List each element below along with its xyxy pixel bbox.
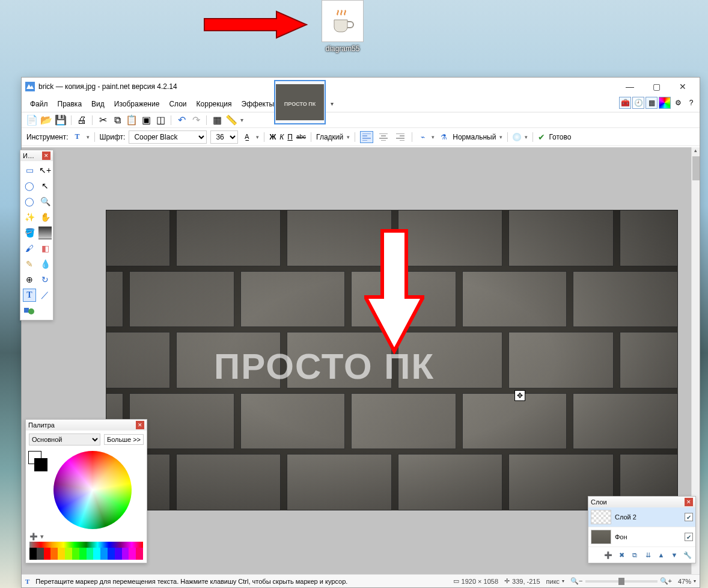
maximize-button[interactable]: ▢ [643, 78, 670, 95]
metrics-chevron-icon[interactable]: ▾ [256, 134, 259, 140]
tools-panel[interactable]: И…✕ ▭ ↖+ ◯ ↖ ◯ 🔍 ✨ ✋ 🪣 🖌 ◧ ✎ 💧 ⊕ ↻ T ／ [20, 150, 53, 320]
deselect-icon[interactable]: ◫ [155, 115, 166, 126]
gradient-tool[interactable] [38, 226, 52, 239]
aa-chevron-icon[interactable]: ▾ [347, 134, 350, 140]
text-tool-icon[interactable]: T [72, 132, 83, 142]
antialias-label[interactable]: Гладкий [316, 133, 343, 141]
layer-props-icon[interactable]: 🔧 [682, 550, 693, 560]
duplicate-layer-icon[interactable]: ⧉ [629, 550, 640, 560]
zoom-out-icon[interactable]: 🔍− [570, 577, 582, 585]
layer-visible-checkbox[interactable]: ✔ [685, 533, 693, 541]
background-color[interactable] [34, 458, 47, 471]
pencil-tool[interactable]: ✎ [23, 257, 36, 271]
unit-chevron-icon[interactable]: ▾ [562, 578, 564, 584]
move-down-icon[interactable]: ▼ [669, 550, 680, 560]
settings-icon[interactable]: ⚙ [672, 97, 684, 109]
clone-tool[interactable]: ⊕ [23, 273, 36, 286]
text-move-handle[interactable]: ✥ [514, 390, 525, 401]
colors-panel[interactable]: Палитра✕ Основной Больше >> ➕ ▾ [25, 419, 147, 563]
zoom-tool[interactable]: 🔍 [38, 195, 52, 208]
close-button[interactable]: ✕ [670, 78, 696, 95]
color-swatch-row[interactable] [29, 548, 143, 560]
paste-icon[interactable]: 📋 [126, 115, 137, 126]
layers-toggle-icon[interactable]: ▦ [645, 97, 658, 109]
add-layer-icon[interactable]: ➕ [603, 550, 614, 560]
ruler-icon[interactable]: 📏 [226, 115, 237, 126]
redo-icon[interactable]: ↷ [191, 115, 201, 126]
move-sel-tool[interactable]: ↖+ [38, 164, 52, 177]
font-metrics-icon[interactable]: A̲ [242, 132, 252, 142]
bold-button[interactable]: Ж [269, 133, 276, 141]
new-icon[interactable]: 📄 [26, 115, 37, 126]
strike-button[interactable]: abc [296, 133, 306, 140]
brush-tool[interactable]: 🖌 [23, 242, 36, 255]
blend-chevron-icon[interactable]: ▾ [499, 134, 502, 140]
move-up-icon[interactable]: ▲ [656, 550, 667, 560]
line-tool[interactable]: ／ [38, 289, 52, 302]
menu-file[interactable]: Файл [26, 99, 52, 109]
ellipse-select-tool[interactable]: ◯ [23, 195, 36, 208]
menu-adjust[interactable]: Коррекция [193, 99, 236, 109]
color-mode-select[interactable]: Основной [29, 433, 100, 446]
selection-render-icon[interactable] [513, 133, 521, 141]
more-colors-button[interactable]: Больше >> [104, 434, 144, 445]
shapes-tool[interactable] [23, 304, 36, 317]
thumbnail-dropdown-icon[interactable]: ▾ [331, 100, 334, 107]
menu-effects[interactable]: Эффекты [238, 99, 278, 109]
history-toggle-icon[interactable]: 🕘 [632, 97, 644, 109]
underline-button[interactable]: П [287, 133, 293, 141]
cut-icon[interactable]: ✂ [97, 115, 108, 126]
save-icon[interactable]: 💾 [55, 115, 66, 126]
image-thumbnail[interactable]: ПРОСТО ПК [274, 80, 326, 124]
desktop-file-icon[interactable]: diagram55 [316, 0, 370, 53]
fill-icon[interactable]: ⚗ [438, 132, 449, 142]
merge-down-icon[interactable]: ⇊ [642, 550, 653, 560]
grid-icon[interactable]: ▦ [212, 115, 222, 126]
text-tool-dropdown-icon[interactable]: ▾ [87, 134, 90, 140]
minimize-button[interactable]: — [617, 78, 643, 95]
zoom-in-icon[interactable]: 🔍+ [660, 577, 672, 585]
align-right-button[interactable] [394, 131, 407, 143]
copy-icon[interactable]: ⧉ [112, 115, 123, 126]
open-icon[interactable]: 📂 [41, 115, 52, 126]
add-swatch-icon[interactable]: ➕ [29, 533, 38, 541]
recolor-tool[interactable]: ↻ [38, 273, 52, 286]
crop-icon[interactable]: ▣ [141, 115, 151, 126]
antialias-icon[interactable]: ⌁ [417, 132, 428, 142]
zoom-chevron-icon[interactable]: ▾ [694, 578, 696, 584]
palette-menu-icon[interactable]: ▾ [40, 533, 44, 541]
toolbar1-chevron-icon[interactable]: ▾ [240, 117, 243, 123]
tools-toggle-icon[interactable]: 🧰 [619, 97, 631, 109]
layer-item-layer2[interactable]: Слой 2 ✔ [588, 507, 695, 527]
font-size-select[interactable]: 36 [210, 130, 238, 144]
align-center-button[interactable] [377, 131, 390, 143]
picker-tool[interactable]: 💧 [38, 257, 52, 271]
lasso-tool[interactable]: ◯ [23, 179, 36, 192]
aa2-chevron-icon[interactable]: ▾ [432, 134, 435, 140]
zoom-slider[interactable] [585, 580, 658, 583]
print-icon[interactable]: 🖨 [76, 115, 87, 126]
text-tool[interactable]: T [23, 289, 36, 302]
tools-close-button[interactable]: ✕ [42, 152, 50, 160]
pan-tool[interactable]: ✋ [38, 210, 52, 224]
layers-panel[interactable]: Слои✕ Слой 2 ✔ Фон ✔ ➕ ✖ ⧉ ⇊ ▲ ▼ 🔧 [588, 496, 696, 563]
wand-tool[interactable]: ✨ [23, 210, 36, 224]
font-family-select[interactable]: Cooper Black [129, 130, 207, 144]
menu-edit[interactable]: Правка [54, 99, 86, 109]
undo-icon[interactable]: ↶ [176, 115, 187, 126]
delete-layer-icon[interactable]: ✖ [616, 550, 627, 560]
status-unit[interactable]: пикс [546, 578, 560, 585]
layer-item-background[interactable]: Фон ✔ [588, 527, 695, 547]
sel-chevron-icon[interactable]: ▾ [525, 134, 528, 140]
layer-visible-checkbox[interactable]: ✔ [685, 513, 693, 521]
hue-strip[interactable] [29, 542, 143, 548]
fill-tool[interactable]: 🪣 [23, 226, 36, 239]
color-wheel[interactable] [53, 451, 132, 529]
move-tool[interactable]: ↖ [38, 179, 52, 192]
finish-button[interactable]: Готово [549, 133, 571, 141]
titlebar[interactable]: brick — копия.jpg - paint.net версия 4.2… [22, 78, 700, 96]
fg-bg-swatches[interactable] [28, 451, 50, 529]
colors-toggle-icon[interactable] [659, 97, 671, 109]
menu-image[interactable]: Изображение [111, 99, 163, 109]
menu-view[interactable]: Вид [88, 99, 108, 109]
